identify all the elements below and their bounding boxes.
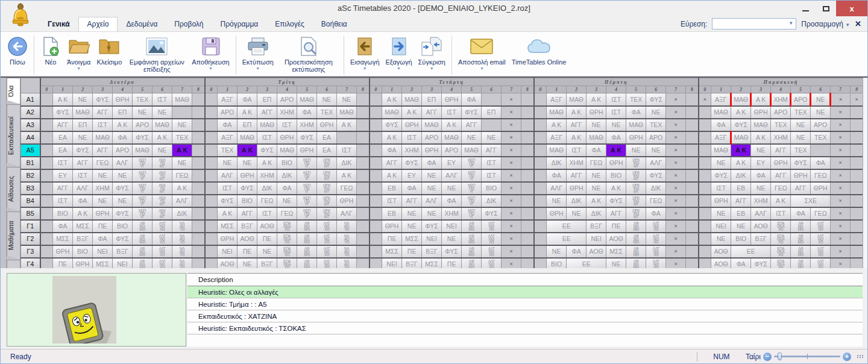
search-input[interactable]: ▼ [712, 18, 796, 30]
timetable-cell[interactable] [521, 195, 534, 207]
timetable-cell[interactable]: ΛΛΤΝΘΧΘ [646, 233, 666, 245]
timetable-cell[interactable] [686, 169, 699, 182]
timetable-cell[interactable]: ΦΑ [626, 106, 646, 119]
timetable-cell[interactable]: ΜΑΘ [711, 144, 731, 157]
timetable-cell[interactable] [205, 131, 218, 144]
print-button[interactable]: Εκτύπωση▼ [239, 34, 277, 71]
timetable-cell[interactable]: ΚΕΠΠΘΥΓ [462, 182, 482, 195]
timetable-cell[interactable] [192, 258, 205, 269]
timetable-cell[interactable] [699, 220, 711, 233]
timetable-cell[interactable]: Α Κ [172, 182, 192, 195]
timetable-cell[interactable] [192, 195, 205, 207]
timetable-cell[interactable]: Α Κ [73, 207, 93, 220]
timetable-cell[interactable]: ΝΕ [402, 207, 422, 220]
timetable-cell[interactable]: × [666, 258, 686, 269]
timetable-cell[interactable]: Α Κ [751, 131, 771, 144]
timetable-cell[interactable]: ΒΙΟ [113, 220, 133, 233]
timetable-cell[interactable]: ΤΕΧ [133, 93, 153, 106]
timetable-cell[interactable]: ΧΗΜ [567, 157, 587, 169]
timetable-cell[interactable]: Α Κ [337, 169, 357, 182]
timetable-cell[interactable]: ΦΥΣ [237, 182, 257, 195]
timetable-cell[interactable] [192, 157, 205, 169]
timetable-cell[interactable]: ΜΑΘ [751, 119, 771, 131]
timetable-cell[interactable]: ΔΙΚ [646, 182, 666, 195]
timetable-cell[interactable]: ΑΛΓ [337, 207, 357, 220]
timetable-cell[interactable] [357, 195, 370, 207]
timetable-cell[interactable]: ΑΡΟ [218, 106, 237, 119]
timetable-cell[interactable]: ΒΞΓ [113, 245, 133, 258]
chevron-down-icon[interactable]: ▼ [209, 66, 213, 71]
tab-schedule[interactable]: Πρόγραμμα [212, 17, 267, 31]
timetable-cell[interactable]: ΝΛΑΘΥΘ [337, 233, 357, 245]
timetable-cell[interactable]: ΛΦΒΘΜΘ [626, 233, 646, 245]
timetable-cell[interactable] [851, 157, 863, 169]
timetable-cell[interactable]: ΦΥΣ [73, 144, 93, 157]
timetable-cell[interactable] [699, 106, 711, 119]
timetable-cell[interactable]: ΛΦΒΘΜΘ [462, 220, 482, 233]
timetable-cell[interactable]: ΣΧΕ [791, 195, 831, 207]
timetable-cell[interactable]: × [502, 93, 521, 106]
timetable-cell[interactable]: ΦΥΣ [133, 131, 153, 144]
timetable-cell[interactable]: ΩΡΚΨΘΜΤ [317, 157, 337, 169]
timetable-cell[interactable]: ΝΕ [547, 195, 567, 207]
timetable-cell[interactable]: ΒΙΟ [547, 258, 567, 269]
timetable-cell[interactable]: ΦΑ [751, 169, 771, 182]
timetable-cell[interactable] [40, 169, 53, 182]
timetable-cell[interactable] [686, 182, 699, 195]
timetable-cell[interactable] [686, 195, 699, 207]
timetable-cell[interactable]: ΕΒ [731, 207, 751, 220]
timetable-cell[interactable] [534, 220, 547, 233]
timetable-cell[interactable]: ΑΞΓ [218, 93, 237, 106]
chevron-down-icon[interactable]: ▼ [77, 66, 81, 71]
timetable-cell[interactable] [521, 207, 534, 220]
timetable-cell[interactable]: ΤΕΧ [646, 119, 666, 131]
timetable-cell[interactable] [521, 258, 534, 269]
timetable-cell[interactable]: ΦΑ [53, 220, 73, 233]
timetable-cell[interactable]: ΑΡΟ [811, 119, 831, 131]
timetable-cell[interactable]: ΙΣΤ [277, 119, 297, 131]
timetable-cell[interactable]: ΒΙΟ [277, 157, 297, 169]
timetable-cell[interactable]: ΦΥΣ [402, 157, 422, 169]
timetable-cell[interactable]: ΘΡΗ [711, 195, 731, 207]
timetable-cell[interactable]: ΜΑΘ [172, 93, 192, 106]
timetable-cell[interactable]: ΝΕ [113, 195, 133, 207]
timetable-cell[interactable]: ΘΡΗ [751, 106, 771, 119]
timetable-cell[interactable]: ΝΕ [422, 182, 442, 195]
timetable-cell[interactable]: ΙΣΤ [153, 93, 172, 106]
timetable-cell[interactable]: ΝΕ [606, 258, 626, 269]
timetable-cell[interactable]: Α Κ [547, 119, 567, 131]
timetable-cell[interactable] [357, 207, 370, 220]
timetable-cell[interactable]: × [699, 93, 711, 106]
timetable-cell[interactable] [699, 169, 711, 182]
timetable-cell[interactable]: Α Κ [587, 93, 606, 106]
timetable-cell[interactable]: ΙΣΤ [606, 106, 626, 119]
timetable-cell[interactable]: ΛΕΚΥΘΜΤ [153, 169, 172, 182]
timetable-cell[interactable]: ΓΕΩ [587, 157, 606, 169]
timetable-cell[interactable]: ΒΙΟ [53, 207, 73, 220]
side-tab-all[interactable]: Όλα [7, 78, 20, 104]
timetable-cell[interactable] [370, 233, 382, 245]
timetable-cell[interactable]: Α Κ [567, 131, 587, 144]
timetable-cell[interactable]: ΝΕΙ [113, 258, 133, 269]
timetable-cell[interactable]: ΘΡΗ [422, 144, 442, 157]
timetable-cell[interactable]: ΝΛΑΘΥΘ [172, 245, 192, 258]
timetable-cell[interactable]: ΝΕ [257, 245, 277, 258]
timetable-cell[interactable] [534, 131, 547, 144]
timetable-cell[interactable]: ΝΕ [587, 169, 606, 182]
zoom-in-button[interactable]: + [843, 353, 851, 361]
timetable-cell[interactable]: ΕΠ [422, 93, 442, 106]
timetable-cell[interactable] [699, 119, 711, 131]
timetable-cell[interactable]: ΙΣΤ [402, 131, 422, 144]
timetable-cell[interactable]: ΔΙΚ [277, 169, 297, 182]
timetable-cell[interactable]: ΦΥΣ [113, 182, 133, 195]
timetable-cell[interactable]: ΩΡΚΨΘΜΤ [626, 169, 646, 182]
timetable-cell[interactable]: ΚΕΠΠΘΥΓ [462, 207, 482, 220]
timetable-cell[interactable] [534, 119, 547, 131]
timetable-cell[interactable] [337, 131, 357, 144]
timetable-cell[interactable] [370, 119, 382, 131]
timetable-cell[interactable]: ΙΣΤ [337, 144, 357, 157]
timetable-cell[interactable] [205, 119, 218, 131]
timetable-cell[interactable]: ΦΑ [587, 144, 606, 157]
timetable-cell[interactable]: ΕΠΑΘΕΑΧΘ [771, 233, 791, 245]
timetable-cell[interactable]: ΝΕ [462, 131, 482, 144]
